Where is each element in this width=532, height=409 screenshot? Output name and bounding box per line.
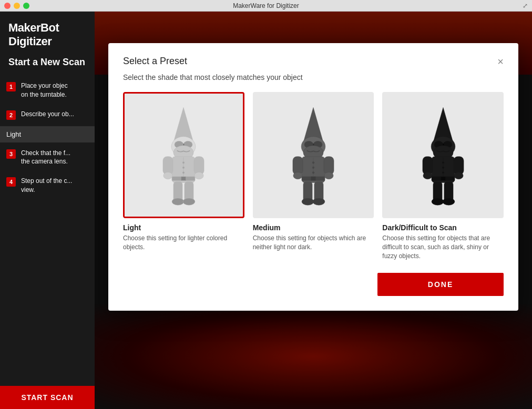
svg-rect-10 <box>194 157 204 175</box>
step-4-text: Step out of the c...view. <box>21 177 72 195</box>
svg-point-18 <box>182 171 185 173</box>
app-area: MakerBot Digitizer Start a New Scan 1 Pl… <box>0 12 532 409</box>
step-4-number: 4 <box>6 177 16 187</box>
scan-title: Start a New Scan <box>0 57 95 76</box>
svg-point-56 <box>443 198 455 205</box>
svg-rect-8 <box>181 177 187 181</box>
sidebar: MakerBot Digitizer Start a New Scan 1 Pl… <box>0 12 95 409</box>
modal-header: Select a Preset × <box>123 56 504 67</box>
svg-point-20 <box>195 172 203 179</box>
svg-point-38 <box>312 167 314 169</box>
svg-point-19 <box>163 172 172 179</box>
preset-dark[interactable]: Dark/Difficult to Scan Choose this setti… <box>382 92 504 260</box>
preset-light-image <box>123 92 244 218</box>
step-2-text: Describe your ob... <box>21 110 74 119</box>
svg-rect-9 <box>163 157 173 175</box>
window-title: MakerWare for Digitizer <box>233 2 299 9</box>
preset-light[interactable]: Light Choose this setting for lighter co… <box>123 92 244 260</box>
light-label: Light <box>123 223 244 232</box>
svg-point-58 <box>442 161 444 163</box>
svg-point-34 <box>302 198 314 205</box>
light-desc: Choose this setting for lighter colored … <box>123 234 244 252</box>
preset-medium[interactable]: Medium Choose this setting for objects w… <box>253 92 374 260</box>
step-1: 1 Place your objecon the turntable. <box>0 76 95 105</box>
svg-point-62 <box>454 172 463 179</box>
svg-rect-46 <box>443 144 444 146</box>
window-controls[interactable] <box>4 3 29 9</box>
title-bar: MakerWare for Digitizer ⤢ <box>0 0 532 12</box>
svg-point-39 <box>312 171 314 173</box>
svg-point-59 <box>442 167 444 169</box>
step-1-number: 1 <box>6 82 16 91</box>
svg-point-40 <box>293 172 302 179</box>
svg-rect-29 <box>311 177 316 181</box>
svg-rect-4 <box>183 144 185 146</box>
svg-point-16 <box>182 161 185 163</box>
step-4: 4 Step out of the c...view. <box>0 171 95 200</box>
gnome-dark-icon <box>409 103 477 208</box>
medium-label: Medium <box>253 223 374 232</box>
preset-medium-image <box>253 92 374 218</box>
svg-point-55 <box>432 198 444 205</box>
step-3: 3 Check that the f...the camera lens. <box>0 144 95 172</box>
steps-list: 1 Place your objecon the turntable. 2 De… <box>0 76 95 386</box>
dark-label: Dark/Difficult to Scan <box>382 223 504 232</box>
svg-rect-51 <box>423 157 433 175</box>
minimize-button[interactable] <box>14 3 20 9</box>
preset-dark-image <box>382 92 504 218</box>
preset-dropdown[interactable]: Light <box>0 126 95 142</box>
svg-point-41 <box>324 172 333 179</box>
step-2-number: 2 <box>6 110 16 120</box>
svg-point-37 <box>312 161 314 163</box>
preset-modal: Select a Preset × Select the shade that … <box>108 43 518 311</box>
app-logo: MakerBot Digitizer <box>0 12 95 57</box>
svg-point-14 <box>183 198 195 205</box>
step-3-text: Check that the f...the camera lens. <box>21 149 70 167</box>
modal-close-button[interactable]: × <box>497 56 504 67</box>
svg-point-35 <box>313 198 325 205</box>
maximize-button[interactable] <box>23 3 29 9</box>
resize-icon: ⤢ <box>523 2 528 9</box>
dark-desc: Choose this setting for objects that are… <box>382 234 504 260</box>
svg-point-60 <box>442 171 444 173</box>
svg-rect-30 <box>293 157 303 175</box>
svg-rect-31 <box>324 157 334 175</box>
step-3-number: 3 <box>6 149 16 159</box>
svg-point-61 <box>423 172 432 179</box>
gnome-medium-icon <box>279 103 347 208</box>
done-button[interactable]: DONE <box>377 273 504 296</box>
start-scan-button[interactable]: START SCAN <box>0 386 95 409</box>
close-button[interactable] <box>4 3 11 9</box>
step-1-text: Place your objecon the turntable. <box>21 81 68 99</box>
done-row: DONE <box>123 273 504 296</box>
svg-rect-50 <box>441 177 446 181</box>
svg-rect-52 <box>454 157 464 175</box>
svg-point-17 <box>182 167 185 169</box>
medium-desc: Choose this setting for objects which ar… <box>253 234 374 252</box>
modal-subtitle: Select the shade that most closely match… <box>123 73 504 81</box>
background-area: Select a Preset × Select the shade that … <box>95 12 532 409</box>
svg-point-13 <box>172 198 184 205</box>
gnome-light-icon <box>149 103 218 208</box>
step-2: 2 Describe your ob... <box>0 105 95 125</box>
modal-overlay: Select a Preset × Select the shade that … <box>95 12 532 409</box>
presets-row: Light Choose this setting for lighter co… <box>123 92 504 260</box>
modal-title: Select a Preset <box>123 56 187 67</box>
svg-rect-25 <box>313 144 314 146</box>
